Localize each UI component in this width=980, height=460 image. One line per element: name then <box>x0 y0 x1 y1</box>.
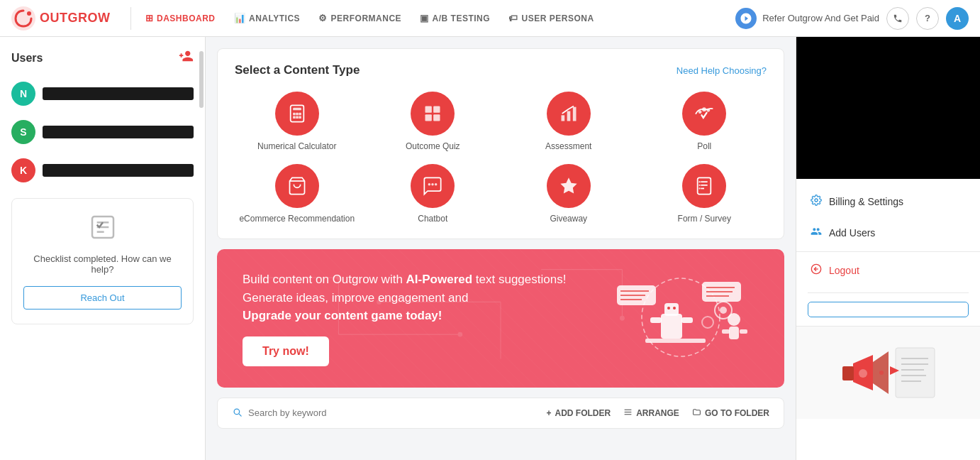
arrange-icon <box>623 407 633 419</box>
content-type-numerical-calculator[interactable]: Numerical Calculator <box>235 92 360 153</box>
svg-rect-15 <box>433 106 440 113</box>
add-folder-button[interactable]: + ADD FOLDER <box>547 408 611 418</box>
svg-rect-82 <box>842 366 854 380</box>
chatbot-icon <box>411 164 455 208</box>
poll-icon <box>682 92 726 136</box>
analytics-icon: 📊 <box>234 13 246 23</box>
svg-rect-60 <box>681 317 693 323</box>
svg-point-25 <box>428 183 431 186</box>
content-type-assessment[interactable]: Assessment <box>506 92 631 153</box>
svg-rect-68 <box>740 329 747 334</box>
search-icon <box>232 407 243 420</box>
arrange-label: ARRANGE <box>636 408 679 418</box>
search-input[interactable] <box>248 407 535 418</box>
logout-item[interactable]: Logout <box>796 255 980 285</box>
nav-user-persona-label: USER PERSONA <box>522 13 594 23</box>
list-item[interactable]: N <box>11 77 194 110</box>
assessment-icon <box>547 92 591 136</box>
content-type-poll[interactable]: Poll <box>642 92 767 153</box>
content-type-form-survey[interactable]: Form / Survey <box>642 164 767 225</box>
help-button[interactable]: ? <box>916 7 939 30</box>
nav-dashboard[interactable]: ⊞ DASHBOARD <box>137 9 224 28</box>
svg-point-34 <box>699 187 701 189</box>
svg-point-26 <box>432 183 435 186</box>
svg-point-1 <box>27 11 31 16</box>
help-icon: ? <box>925 13 930 23</box>
help-choosing-link[interactable]: Need Help Choosing? <box>676 65 767 76</box>
reach-out-button[interactable]: Reach Out <box>23 286 182 310</box>
content-type-ecommerce[interactable]: eCommerce Recommendation <box>235 164 360 225</box>
svg-rect-28 <box>698 177 711 194</box>
add-users-icon <box>811 226 822 240</box>
scrollbar-thumb[interactable] <box>199 51 204 108</box>
content-type-giveaway[interactable]: Giveaway <box>506 164 631 225</box>
right-panel-video <box>796 37 980 179</box>
svg-rect-20 <box>573 107 577 121</box>
nav-performance[interactable]: ⚙ PERFORMANCE <box>310 9 410 28</box>
content-type-outcome-quiz[interactable]: Outcome Quiz <box>371 92 496 153</box>
user-n-letter: N <box>20 88 27 99</box>
svg-rect-56 <box>664 303 679 316</box>
panel-cta-button[interactable] <box>808 302 969 317</box>
svg-rect-67 <box>722 329 730 334</box>
scrollbar-track[interactable] <box>199 37 204 460</box>
ai-banner-description: Build content on Outgrow with AI-Powered… <box>243 270 597 325</box>
content-type-chatbot[interactable]: Chatbot <box>371 164 496 225</box>
checklist-text: Checklist completed. How can we help? <box>23 253 182 275</box>
nav-user-persona[interactable]: 🏷 USER PERSONA <box>500 9 603 28</box>
robot-illustration <box>603 271 759 363</box>
go-to-folder-button[interactable]: GO TO FOLDER <box>692 407 769 419</box>
billing-settings-item[interactable]: Billing & Settings <box>796 186 980 217</box>
nav-analytics-label: ANALYTICS <box>249 13 300 23</box>
plus-icon: + <box>547 408 552 418</box>
right-panel-menu: Billing & Settings Add Users <box>796 179 980 292</box>
assessment-label: Assessment <box>545 141 591 153</box>
nav-analytics[interactable]: 📊 ANALYTICS <box>225 9 309 28</box>
ai-banner-illustration <box>603 271 759 366</box>
section-header: Select a Content Type Need Help Choosing… <box>235 63 767 77</box>
user-s-letter: S <box>20 126 26 138</box>
try-now-button[interactable]: Try now! <box>243 336 329 366</box>
list-item[interactable]: K <box>11 154 194 187</box>
user-name-redacted <box>43 126 194 138</box>
svg-rect-13 <box>299 116 301 119</box>
nav-ab-label: A/B TESTING <box>433 13 491 23</box>
main-layout: Users N S K <box>0 37 980 460</box>
svg-rect-75 <box>896 348 935 398</box>
nav-ab-testing[interactable]: ▣ A/B TESTING <box>411 9 499 28</box>
svg-rect-18 <box>561 115 564 121</box>
nav-dashboard-label: DASHBOARD <box>157 13 216 23</box>
arrange-button[interactable]: ARRANGE <box>623 407 679 419</box>
billing-settings-label: Billing & Settings <box>829 196 903 207</box>
avatar-letter: A <box>954 13 961 24</box>
user-avatar-button[interactable]: A <box>946 7 969 30</box>
ecommerce-label: eCommerce Recommendation <box>239 214 355 225</box>
add-users-item[interactable]: Add Users <box>796 217 980 248</box>
avatar: S <box>11 120 35 144</box>
form-survey-label: Form / Survey <box>678 214 731 225</box>
topbar-right: Refer Outgrow And Get Paid ? A <box>735 7 969 30</box>
form-survey-icon <box>682 164 726 208</box>
sidebar-title: Users <box>11 52 43 65</box>
giveaway-icon <box>547 164 591 208</box>
logo[interactable]: OUTGROW <box>11 6 111 31</box>
numerical-calculator-label: Numerical Calculator <box>257 141 336 153</box>
panel-action-area <box>796 293 980 326</box>
topbar: OUTGROW ⊞ DASHBOARD 📊 ANALYTICS ⚙ PERFOR… <box>0 0 980 37</box>
svg-rect-19 <box>567 111 570 121</box>
main-content: Select a Content Type Need Help Choosing… <box>206 37 796 460</box>
svg-rect-8 <box>293 113 296 116</box>
add-folder-label: ADD FOLDER <box>555 408 611 418</box>
logout-label: Logout <box>829 265 859 276</box>
refer-button[interactable]: Refer Outgrow And Get Paid <box>735 8 879 29</box>
outcome-quiz-label: Outcome Quiz <box>406 141 460 153</box>
search-input-wrap <box>232 407 535 420</box>
ab-icon: ▣ <box>420 13 429 23</box>
phone-button[interactable] <box>886 7 909 30</box>
megaphone-illustration <box>832 334 945 412</box>
add-user-icon[interactable] <box>178 48 194 67</box>
svg-point-64 <box>702 317 713 328</box>
list-item[interactable]: S <box>11 116 194 148</box>
avatar: K <box>11 158 35 182</box>
svg-rect-61 <box>645 339 706 343</box>
